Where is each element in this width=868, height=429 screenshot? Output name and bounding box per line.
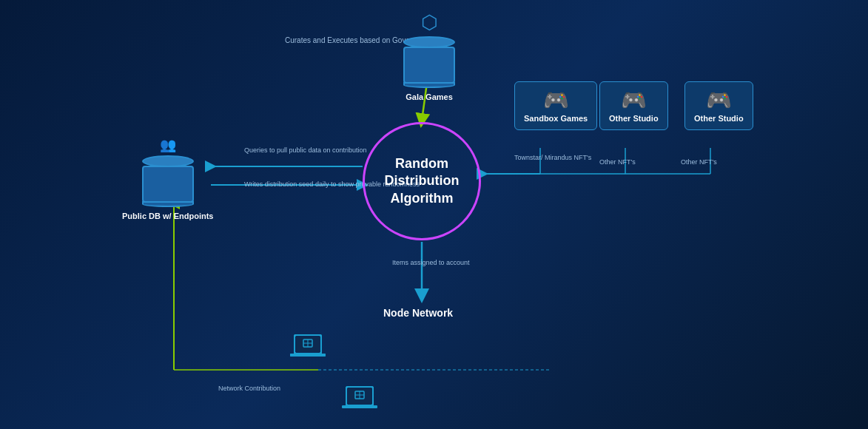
public-db-label: Public DB w/ Endpoints: [122, 211, 213, 221]
gala-games-label: Gala Games: [406, 92, 453, 102]
gamepad-icon-3: 🎮: [706, 88, 732, 112]
gamepad-icon-2: 🎮: [621, 88, 647, 112]
other-nft2-label: Other NFT's: [681, 158, 717, 166]
other-studio-node-1: 🎮 Other Studio: [599, 81, 668, 130]
public-db-node: 👥 Public DB w/ Endpoints: [122, 137, 213, 221]
sandbox-label: Sandbox Games: [524, 114, 588, 124]
people-icon: 👥: [160, 137, 176, 153]
other-studio1-label: Other Studio: [609, 114, 659, 124]
db-body: [142, 166, 194, 203]
node-network-label: Node Network: [383, 307, 453, 319]
box-icon: ⬡: [421, 11, 438, 34]
gala-games-node: ⬡ Gala Games: [403, 11, 455, 102]
svg-rect-63: [342, 405, 377, 408]
central-algorithm-circle: Random Distribution Algorithm: [363, 122, 481, 240]
network-contribution-label: Network Contribution: [218, 385, 280, 393]
db-bottom: [403, 82, 455, 88]
svg-rect-45: [290, 354, 326, 357]
other-studio-node-2: 🎮 Other Studio: [684, 81, 753, 130]
laptop-8: [340, 383, 379, 413]
gamepad-icon: 🎮: [543, 88, 569, 112]
other-nft1-label: Other NFT's: [599, 158, 636, 166]
db-body: [403, 47, 455, 84]
laptop-icon-8: [340, 383, 379, 413]
items-assigned-label: Items assigned to account: [392, 259, 470, 268]
db-bottom: [142, 201, 194, 207]
sandbox-games-node: 🎮 Sandbox Games: [514, 81, 597, 130]
other-studio2-label: Other Studio: [694, 114, 744, 124]
townstar-nft-label: Townstar/ Mirandus NFT's: [514, 154, 591, 161]
laptop-5: [289, 331, 327, 361]
laptop-icon-5: [289, 331, 327, 361]
queries-label: Queries to pull public data on contribut…: [244, 146, 367, 155]
algorithm-label: Random Distribution Algorithm: [365, 155, 479, 207]
diagram-container: Curates and Executes based on Governance…: [0, 0, 868, 429]
